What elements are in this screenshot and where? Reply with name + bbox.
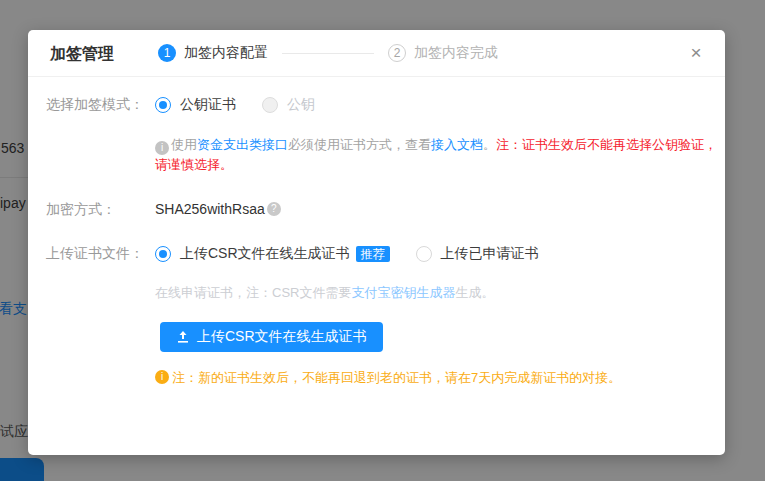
recommend-badge: 推荐 [356,246,390,262]
csr-hint-text: 在线申请证书，注：CSR文件需要支付宝密钥生成器生成。 [155,284,494,302]
upload-cert-options: 上传CSR文件在线生成证书 推荐 上传已申请证书 [155,245,539,263]
key-generator-link[interactable]: 支付宝密钥生成器 [351,285,455,300]
modal-header: 加签管理 1 加签内容配置 2 加签内容完成 × [28,30,725,77]
radio-upload-applied-label[interactable]: 上传已申请证书 [441,245,539,263]
encrypt-method-value: SHA256withRsaa [155,201,265,217]
warning-icon: i [155,370,169,384]
radio-upload-applied[interactable] [416,246,432,262]
info-period: 。 [483,137,496,152]
step-2-label: 加签内容完成 [414,44,498,62]
step-connector-line [282,53,374,54]
radio-dot [159,101,167,109]
radio-upload-csr-label[interactable]: 上传CSR文件在线生成证书 [180,245,350,263]
upload-csr-button[interactable]: 上传CSR文件在线生成证书 [160,322,383,352]
info-prefix: 使用 [171,137,197,152]
encrypt-method-label: 加密方式： [46,201,116,219]
radio-upload-csr[interactable] [155,246,171,262]
encrypt-method-row: 加密方式： SHA256withRsaa ? [46,201,709,221]
radio-public-key-cert[interactable] [155,97,171,113]
radio-dot [159,250,167,258]
step-1: 1 加签内容配置 [158,44,268,62]
sign-mode-options: 公钥证书 公钥 [155,96,315,114]
step-1-label: 加签内容配置 [184,44,268,62]
hint-prefix: 在线申请证书，注：CSR文件需要 [155,285,351,300]
upload-icon [176,330,190,344]
modal-title: 加签管理 [50,44,114,65]
note-text: 注：新的证书生效后，不能再回退到老的证书，请在7天内完成新证书的对接。 [172,369,621,387]
sign-mode-label: 选择加签模式： [46,96,144,114]
close-icon[interactable]: × [683,40,709,66]
fund-api-link[interactable]: 资金支出类接口 [197,137,288,152]
upload-cert-row: 上传证书文件： 上传CSR文件在线生成证书 推荐 上传已申请证书 [46,245,709,265]
info-icon: i [155,141,169,155]
info-middle: 必须使用证书方式，查看 [288,137,431,152]
radio-public-key-cert-label[interactable]: 公钥证书 [180,96,236,114]
radio-public-key-label[interactable]: 公钥 [287,96,315,114]
signature-management-modal: 加签管理 1 加签内容配置 2 加签内容完成 × 选择加签模式： 公钥证书 公钥 [28,30,725,455]
sign-mode-row: 选择加签模式： 公钥证书 公钥 [46,96,709,116]
hint-suffix: 生成。 [455,285,494,300]
help-icon[interactable]: ? [267,202,281,216]
note-text-wrap: i 注：新的证书生效后，不能再回退到老的证书，请在7天内完成新证书的对接。 [155,369,621,387]
upload-cert-label: 上传证书文件： [46,245,144,263]
step-1-circle: 1 [158,44,176,62]
step-indicator: 1 加签内容配置 2 加签内容完成 [158,44,498,62]
step-2-circle: 2 [388,44,406,62]
upload-button-label: 上传CSR文件在线生成证书 [197,328,367,346]
step-2: 2 加签内容完成 [388,44,498,62]
sign-mode-info-text: i使用资金支出类接口必须使用证书方式，查看接入文档。注：证书生效后不能再选择公钥… [155,135,727,174]
access-doc-link[interactable]: 接入文档 [431,137,483,152]
radio-public-key[interactable] [262,97,278,113]
encrypt-method-value-wrap: SHA256withRsaa ? [155,201,281,217]
